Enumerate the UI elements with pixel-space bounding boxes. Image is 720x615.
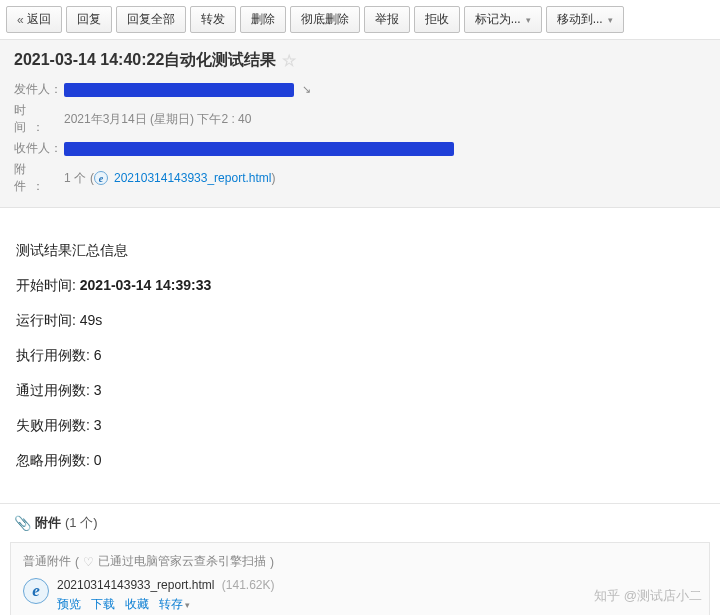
attachment-label: 附件： bbox=[14, 161, 64, 195]
attachment-count: 1 个 bbox=[64, 170, 86, 187]
pass-count-label: 通过用例数: bbox=[16, 382, 90, 398]
normal-attachment-label: 普通附件 bbox=[23, 553, 71, 570]
to-label: 收件人： bbox=[14, 140, 64, 157]
forward-attachment-dropdown[interactable]: 转存 bbox=[159, 596, 190, 613]
attachment-filename[interactable]: 20210314143933_report.html bbox=[57, 578, 214, 592]
toolbar: 返回 回复 回复全部 转发 删除 彻底删除 举报 拒收 标记为... 移动到..… bbox=[0, 0, 720, 39]
paperclip-icon: 📎 bbox=[14, 515, 31, 531]
download-link[interactable]: 下载 bbox=[91, 596, 115, 613]
favorite-link[interactable]: 收藏 bbox=[125, 596, 149, 613]
message-header: 2021-03-14 14:40:22自动化测试结果 ☆ 发件人： ↘ 时间： … bbox=[0, 39, 720, 208]
watermark: 知乎 @测试店小二 bbox=[594, 587, 702, 605]
fail-count-value: 3 bbox=[94, 417, 102, 433]
exec-count-value: 6 bbox=[94, 347, 102, 363]
attachment-link[interactable]: 20210314143933_report.html bbox=[114, 171, 271, 185]
move-to-dropdown[interactable]: 移动到... bbox=[546, 6, 624, 33]
reply-button[interactable]: 回复 bbox=[66, 6, 112, 33]
forward-button[interactable]: 转发 bbox=[190, 6, 236, 33]
exec-count-label: 执行用例数: bbox=[16, 347, 90, 363]
subject-line: 2021-03-14 14:40:22自动化测试结果 ☆ bbox=[14, 50, 706, 71]
contact-arrow-icon[interactable]: ↘ bbox=[302, 83, 311, 96]
time-value: 2021年3月14日 (星期日) 下午2 : 40 bbox=[64, 111, 251, 128]
back-button[interactable]: 返回 bbox=[6, 6, 62, 33]
attachment-filesize: (141.62K) bbox=[222, 578, 275, 592]
summary-title: 测试结果汇总信息 bbox=[16, 240, 704, 261]
run-time-label: 运行时间: bbox=[16, 312, 76, 328]
start-time-value: 2021-03-14 14:39:33 bbox=[80, 277, 212, 293]
start-time-label: 开始时间: bbox=[16, 277, 76, 293]
time-label: 时间： bbox=[14, 102, 64, 136]
fail-count-label: 失败用例数: bbox=[16, 417, 90, 433]
reject-button[interactable]: 拒收 bbox=[414, 6, 460, 33]
shield-icon: ♡ bbox=[83, 555, 94, 569]
pass-count-value: 3 bbox=[94, 382, 102, 398]
preview-link[interactable]: 预览 bbox=[57, 596, 81, 613]
to-value-redacted bbox=[64, 142, 454, 156]
meta-block: 发件人： ↘ 时间： 2021年3月14日 (星期日) 下午2 : 40 收件人… bbox=[14, 79, 706, 197]
skip-count-label: 忽略用例数: bbox=[16, 452, 90, 468]
run-time-value: 49s bbox=[80, 312, 103, 328]
from-label: 发件人： bbox=[14, 81, 64, 98]
skip-count-value: 0 bbox=[94, 452, 102, 468]
from-value-redacted bbox=[64, 83, 294, 97]
delete-permanent-button[interactable]: 彻底删除 bbox=[290, 6, 360, 33]
ie-icon: e bbox=[94, 171, 108, 185]
message-body: 测试结果汇总信息 开始时间: 2021-03-14 14:39:33 运行时间:… bbox=[0, 208, 720, 503]
star-icon[interactable]: ☆ bbox=[282, 51, 296, 70]
attachments-title: 附件 bbox=[35, 514, 61, 532]
delete-button[interactable]: 删除 bbox=[240, 6, 286, 33]
subject-text: 2021-03-14 14:40:22自动化测试结果 bbox=[14, 50, 276, 71]
mark-as-dropdown[interactable]: 标记为... bbox=[464, 6, 542, 33]
reply-all-button[interactable]: 回复全部 bbox=[116, 6, 186, 33]
attachments-count: (1 个) bbox=[65, 514, 98, 532]
ie-file-icon: e bbox=[23, 578, 49, 604]
report-button[interactable]: 举报 bbox=[364, 6, 410, 33]
scan-note: 已通过电脑管家云查杀引擎扫描 bbox=[98, 553, 266, 570]
